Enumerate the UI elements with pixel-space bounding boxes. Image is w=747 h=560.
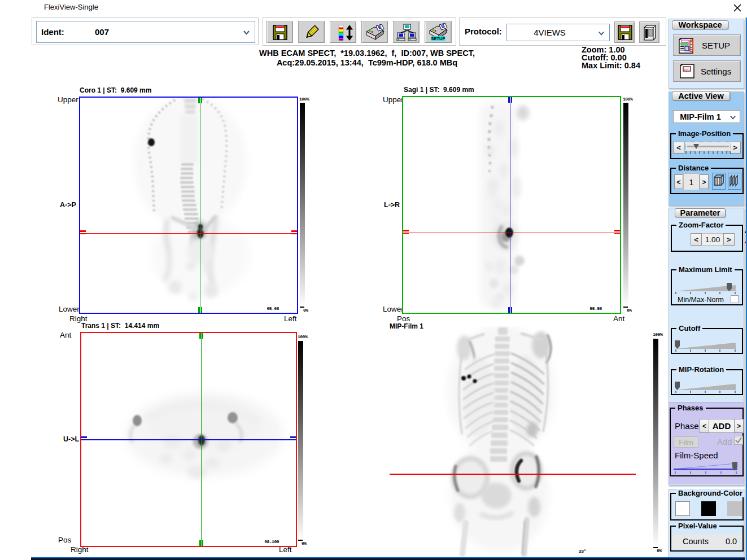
- svg-text:SETUP: SETUP: [431, 36, 445, 41]
